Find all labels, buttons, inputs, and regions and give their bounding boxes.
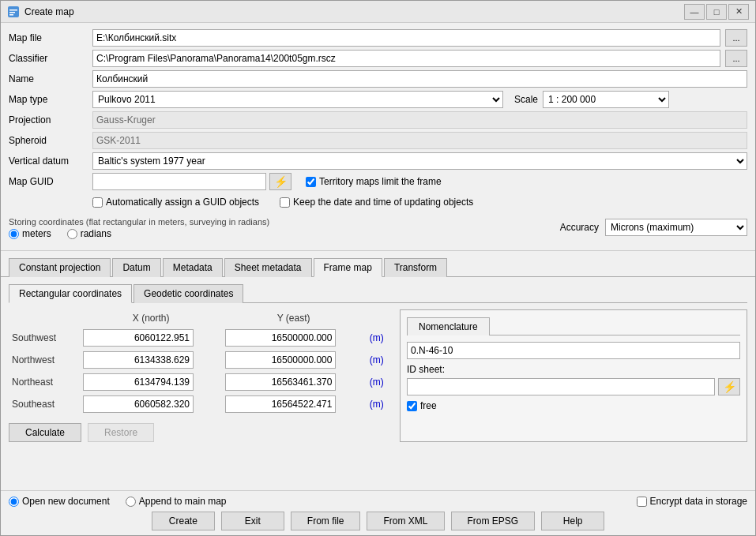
- free-checkbox[interactable]: [407, 401, 417, 411]
- auto-guid-checkbox[interactable]: [92, 197, 103, 208]
- vertical-datum-select[interactable]: Baltic's system 1977 year: [92, 152, 747, 170]
- y-input[interactable]: [225, 373, 336, 391]
- options-checkboxes-row: Automatically assign a GUID objects Keep…: [9, 193, 747, 211]
- accuracy-select[interactable]: Microns (maximum): [605, 219, 747, 236]
- map-file-browse-button[interactable]: ...: [725, 29, 747, 47]
- map-guid-label: Map GUID: [9, 176, 88, 187]
- y-cell: [222, 327, 364, 349]
- x-input[interactable]: [83, 395, 194, 413]
- x-header: X (north): [80, 309, 222, 327]
- encrypt-checkbox-label[interactable]: Encrypt data in storage: [637, 496, 747, 507]
- from-epsg-button[interactable]: From EPSG: [451, 512, 536, 530]
- auto-guid-checkbox-label[interactable]: Automatically assign a GUID objects: [92, 197, 259, 208]
- from-xml-button[interactable]: From XML: [367, 512, 444, 530]
- tab-sheet-metadata[interactable]: Sheet metadata: [224, 258, 312, 277]
- meters-radio-label[interactable]: meters: [9, 228, 51, 239]
- meters-radio[interactable]: [9, 229, 19, 239]
- guid-generate-button[interactable]: ⚡: [269, 173, 291, 190]
- keep-date-label: Keep the date and time of updating objec…: [293, 197, 473, 208]
- minimize-button[interactable]: —: [684, 4, 705, 20]
- scale-label: Scale: [514, 94, 538, 105]
- guid-area: ⚡: [92, 173, 291, 190]
- exit-button[interactable]: Exit: [221, 512, 284, 530]
- y-input[interactable]: [225, 395, 336, 413]
- guid-input[interactable]: [92, 173, 266, 190]
- map-file-input[interactable]: [92, 29, 720, 47]
- map-type-row: Map type Pulkovo 2011 Scale 1 : 200 000: [9, 91, 747, 108]
- territory-maps-checkbox[interactable]: [306, 177, 316, 187]
- name-input[interactable]: [92, 70, 747, 88]
- tab-transform[interactable]: Transform: [384, 258, 447, 277]
- projection-row: Projection: [9, 111, 747, 129]
- row-label: Southwest: [9, 327, 80, 349]
- append-main-radio[interactable]: [126, 497, 136, 507]
- map-type-select[interactable]: Pulkovo 2011: [92, 91, 503, 108]
- table-row: Northwest (m): [9, 349, 392, 371]
- nomenclature-input[interactable]: [407, 342, 740, 359]
- unit-cell: (m): [365, 393, 392, 415]
- keep-date-checkbox[interactable]: [280, 197, 290, 208]
- unit-cell: (m): [365, 349, 392, 371]
- y-cell: [222, 371, 364, 393]
- inner-tab-rectangular[interactable]: Rectangular coordinates: [9, 284, 132, 303]
- create-button[interactable]: Create: [152, 512, 215, 530]
- vertical-datum-label: Vertical datum: [9, 156, 88, 167]
- help-button[interactable]: Help: [541, 512, 604, 530]
- coords-table: X (north) Y (east) Southwest (m) Northwe…: [9, 309, 392, 415]
- territory-maps-checkbox-label[interactable]: Territory maps limit the frame: [306, 176, 442, 187]
- table-row: Northeast (m): [9, 371, 392, 393]
- tab-constant-projection[interactable]: Constant projection: [9, 258, 111, 277]
- svg-rect-2: [9, 12, 15, 13]
- radians-radio[interactable]: [67, 229, 77, 239]
- storing-left: Storing coordinates (flat rectangular in…: [9, 216, 269, 239]
- y-input[interactable]: [225, 329, 336, 347]
- scale-select[interactable]: 1 : 200 000: [543, 91, 669, 108]
- spheroid-input: [92, 132, 747, 149]
- row-label: Southeast: [9, 393, 80, 415]
- close-button[interactable]: ✕: [728, 4, 749, 20]
- nomenclature-tab-bar: Nomenclature: [407, 317, 740, 335]
- tab-metadata[interactable]: Metadata: [163, 258, 223, 277]
- name-row: Name: [9, 70, 747, 88]
- row-label: Northeast: [9, 371, 80, 393]
- encrypt-checkbox[interactable]: [637, 497, 647, 507]
- from-file-button[interactable]: From file: [291, 512, 361, 530]
- keep-date-checkbox-label[interactable]: Keep the date and time of updating objec…: [280, 197, 473, 208]
- classifier-browse-button[interactable]: ...: [725, 50, 747, 67]
- inner-tab-geodetic[interactable]: Geodetic coordinates: [134, 284, 243, 303]
- storing-label: Storing coordinates (flat rectangular in…: [9, 216, 269, 228]
- tab-datum[interactable]: Datum: [112, 258, 160, 277]
- open-new-doc-radio-label[interactable]: Open new document: [9, 496, 110, 507]
- nomenclature-tab[interactable]: Nomenclature: [407, 317, 490, 335]
- append-main-radio-label[interactable]: Append to main map: [126, 496, 227, 507]
- map-type-label: Map type: [9, 94, 88, 105]
- classifier-input[interactable]: [92, 50, 720, 67]
- spheroid-row: Spheroid: [9, 132, 747, 149]
- x-input[interactable]: [83, 373, 194, 391]
- radians-radio-label[interactable]: radians: [67, 228, 111, 239]
- free-checkbox-label[interactable]: free: [407, 400, 740, 411]
- open-new-doc-radio[interactable]: [9, 497, 19, 507]
- x-input[interactable]: [83, 351, 194, 369]
- window-title: Create map: [24, 6, 74, 17]
- app-icon: [7, 6, 20, 18]
- map-file-row: Map file ...: [9, 29, 747, 47]
- unit-cell: (m): [365, 371, 392, 393]
- title-bar: Create map — □ ✕: [1, 1, 755, 23]
- x-input[interactable]: [83, 329, 194, 347]
- map-file-label: Map file: [9, 32, 88, 43]
- calc-row: Calculate Restore: [9, 423, 392, 442]
- tab-frame-map[interactable]: Frame map: [314, 258, 382, 277]
- id-sheet-label: ID sheet:: [407, 364, 445, 375]
- maximize-button[interactable]: □: [706, 4, 727, 20]
- id-sheet-generate-button[interactable]: ⚡: [718, 378, 740, 395]
- inner-tabs-bar: Rectangular coordinates Geodetic coordin…: [9, 283, 747, 303]
- svg-rect-1: [9, 9, 17, 11]
- id-sheet-row: ⚡: [407, 378, 740, 395]
- y-input[interactable]: [225, 351, 336, 369]
- open-new-doc-label: Open new document: [22, 496, 110, 507]
- unit-label: (m): [368, 399, 384, 410]
- id-sheet-input[interactable]: [407, 378, 715, 395]
- calculate-button[interactable]: Calculate: [9, 423, 81, 442]
- vertical-datum-row: Vertical datum Baltic's system 1977 year: [9, 152, 747, 170]
